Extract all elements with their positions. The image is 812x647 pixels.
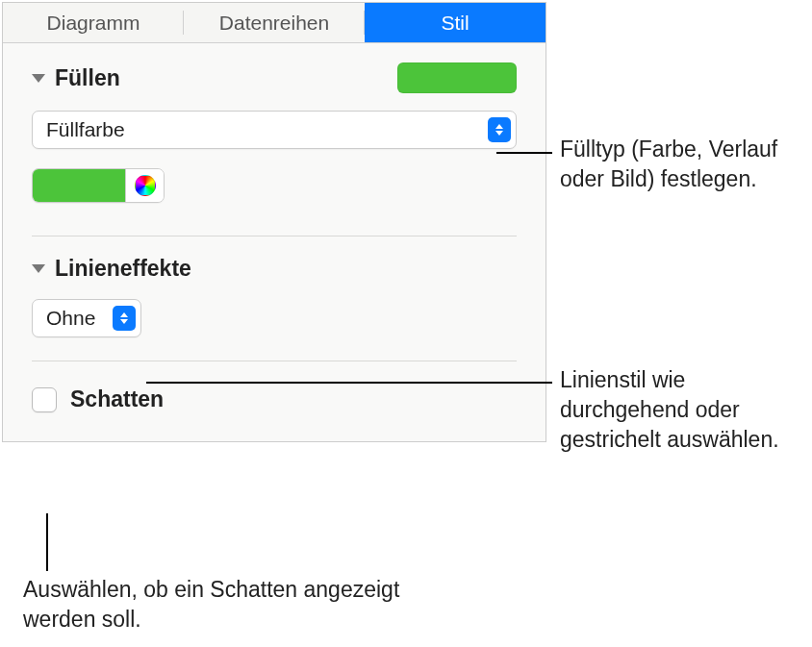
- line-effects-header: Linieneffekte: [32, 256, 517, 282]
- line-effects-title: Linieneffekte: [55, 256, 191, 282]
- tab-style[interactable]: Stil: [365, 3, 546, 42]
- fill-color-well-row: [32, 168, 517, 203]
- chevron-down-icon[interactable]: [32, 74, 45, 83]
- tab-dataseries-label: Datenreihen: [219, 12, 329, 35]
- tab-bar: Diagramm Datenreihen Stil: [3, 3, 546, 43]
- callout-line: [146, 382, 552, 384]
- fill-color-well: [32, 168, 165, 203]
- tab-diagram[interactable]: Diagramm: [3, 3, 184, 42]
- fill-section: Füllen Füllfarbe: [3, 43, 546, 222]
- inspector-panel: Diagramm Datenreihen Stil Füllen Füllfar…: [2, 2, 546, 442]
- fill-type-select-label: Füllfarbe: [46, 118, 125, 141]
- fill-type-annotation: Fülltyp (Farbe, Verlauf oder Bild) festl…: [560, 135, 791, 194]
- color-wheel-icon: [135, 175, 156, 196]
- line-style-select[interactable]: Ohne: [32, 299, 141, 337]
- chevron-down-icon[interactable]: [32, 264, 45, 273]
- fill-color-well-main[interactable]: [33, 169, 125, 202]
- callout-line-vertical: [46, 513, 48, 571]
- tab-style-label: Stil: [441, 12, 469, 35]
- shadow-label: Schatten: [70, 386, 164, 412]
- line-effects-header-left: Linieneffekte: [32, 256, 191, 282]
- shadow-checkbox[interactable]: [32, 387, 57, 412]
- line-style-select-label: Ohne: [46, 307, 95, 330]
- fill-color-swatch[interactable]: [397, 62, 517, 93]
- tab-diagram-label: Diagramm: [47, 12, 140, 35]
- shadow-annotation: Auswählen, ob ein Schatten angezeigt wer…: [23, 575, 408, 635]
- line-effects-section: Linieneffekte Ohne: [3, 236, 546, 347]
- fill-header-left: Füllen: [32, 65, 120, 91]
- updown-arrows-icon: [488, 117, 511, 142]
- fill-color-picker-button[interactable]: [125, 169, 164, 202]
- fill-title: Füllen: [55, 65, 120, 91]
- tab-dataseries[interactable]: Datenreihen: [184, 3, 365, 42]
- line-style-annotation: Linienstil wie durchgehend oder gestrich…: [560, 365, 800, 455]
- fill-section-header: Füllen: [32, 62, 517, 93]
- fill-type-select[interactable]: Füllfarbe: [32, 111, 517, 149]
- updown-arrows-icon: [113, 306, 136, 331]
- callout-line: [496, 152, 552, 154]
- shadow-row: Schatten: [3, 361, 546, 441]
